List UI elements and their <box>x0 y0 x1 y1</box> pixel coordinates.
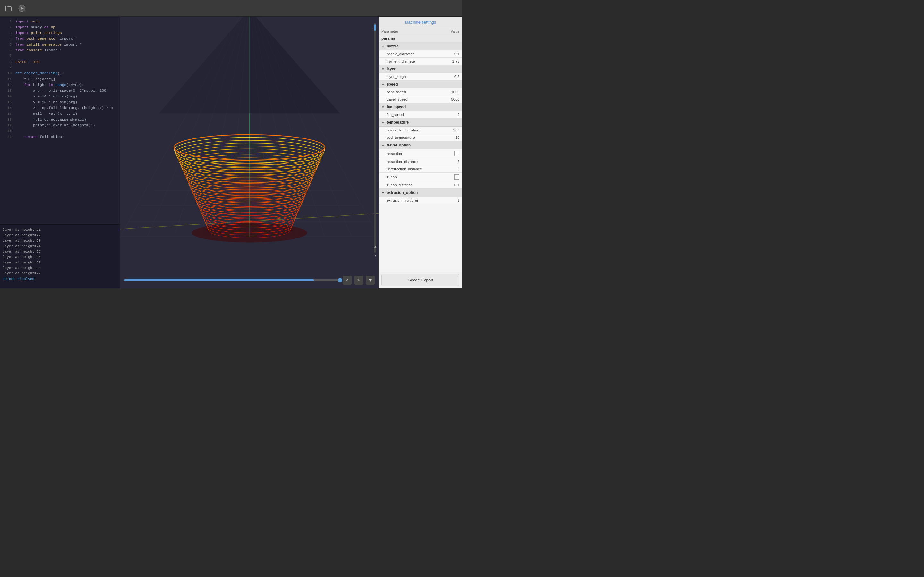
code-line: 19 print(f'layer at {height=}') <box>0 123 120 129</box>
settings-section-layer[interactable]: ▼layer <box>379 65 462 73</box>
col-value-header: Value <box>440 29 459 33</box>
param-name: nozzle_diameter <box>387 52 447 56</box>
section-name: fan_speed <box>387 105 405 109</box>
code-line: 17 wall = Path(x, y, z) <box>0 111 120 117</box>
param-value[interactable]: 1 <box>447 198 459 202</box>
settings-row[interactable]: fan_speed0 <box>379 111 462 119</box>
code-line: 1import math <box>0 19 120 25</box>
code-line: 18 full_object.append(wall) <box>0 117 120 123</box>
settings-section-temperature[interactable]: ▼temperature <box>379 119 462 127</box>
toolbar <box>0 0 462 17</box>
param-value[interactable]: 200 <box>447 128 459 132</box>
code-line: 3import print_settings <box>0 31 120 37</box>
param-name: retraction_distance <box>387 160 447 163</box>
chevron-icon: ▼ <box>381 105 384 109</box>
viewport-vertical-scrollbar[interactable] <box>374 23 376 253</box>
console-line: layer at height=97 <box>3 260 118 266</box>
param-value[interactable]: 0.2 <box>447 75 459 79</box>
scroll-down-button[interactable]: ▼ <box>372 253 379 259</box>
param-value[interactable]: 2 <box>447 167 459 171</box>
param-value[interactable]: 0.4 <box>447 52 459 56</box>
settings-row[interactable]: layer_height0.2 <box>379 73 462 81</box>
code-line: 6from console import * <box>0 48 120 54</box>
param-value[interactable]: 0.1 <box>447 183 459 187</box>
param-name: z_hop <box>387 175 454 179</box>
param-value[interactable]: 1.75 <box>447 59 459 63</box>
param-name: layer_height <box>387 75 447 79</box>
code-line: 13 arg = np.linspace(0, 2*np.pi, 100 <box>0 89 120 94</box>
code-line: 8LAYER = 100 <box>0 60 120 65</box>
chevron-icon: ▼ <box>381 67 384 71</box>
console-line: layer at height=96 <box>3 255 118 260</box>
code-line: 20 <box>0 129 120 135</box>
settings-row[interactable]: travel_speed5000 <box>379 96 462 103</box>
settings-row[interactable]: bed_temperature50 <box>379 134 462 141</box>
section-name: extrusion_option <box>387 190 418 195</box>
code-line: 12 for height in range(LAYER): <box>0 83 120 89</box>
settings-table-header: Parameter Value <box>379 28 462 35</box>
console-line: layer at height=92 <box>3 233 118 238</box>
play-button[interactable] <box>17 4 26 13</box>
viewport[interactable]: ▲ ▼ < > ▼ <box>120 17 379 288</box>
param-name: extrusion_multiplier <box>387 198 447 202</box>
param-value[interactable]: 50 <box>447 135 459 139</box>
svg-point-59 <box>199 160 299 221</box>
settings-section-travel_option[interactable]: ▼travel_option <box>379 141 462 149</box>
param-value[interactable]: 5000 <box>447 97 459 101</box>
prev-layer-button[interactable]: < <box>342 276 352 285</box>
settings-row[interactable]: unretraction_distance2 <box>379 165 462 173</box>
settings-row[interactable]: nozzle_temperature200 <box>379 127 462 134</box>
param-name: travel_speed <box>387 97 447 101</box>
layer-slider[interactable] <box>124 279 340 281</box>
code-line: 14 x = 10 * np.cos(arg) <box>0 94 120 100</box>
settings-section-extrusion_option[interactable]: ▼extrusion_option <box>379 189 462 197</box>
open-folder-button[interactable] <box>4 4 13 13</box>
settings-row[interactable]: filament_diameter1.75 <box>379 58 462 65</box>
checkbox-z_hop[interactable] <box>454 174 459 179</box>
gcode-export-button[interactable]: Gcode Export <box>381 274 459 286</box>
param-name: print_speed <box>387 90 447 94</box>
settings-row[interactable]: z_hop_distance0.1 <box>379 181 462 189</box>
console-line: layer at height=99 <box>3 271 118 276</box>
param-name: filament_diameter <box>387 59 447 63</box>
settings-panel: Machine settings Parameter Value params … <box>379 17 462 288</box>
code-editor[interactable]: 1import math2import numpy as np3import p… <box>0 17 120 224</box>
settings-section-fan_speed[interactable]: ▼fan_speed <box>379 103 462 111</box>
main-layout: 1import math2import numpy as np3import p… <box>0 17 462 288</box>
chevron-icon: ▼ <box>381 121 384 124</box>
viewport-svg <box>120 17 379 272</box>
section-name: speed <box>387 82 398 87</box>
param-value[interactable]: 0 <box>447 113 459 117</box>
layer-slider-thumb[interactable] <box>338 278 342 282</box>
settings-row[interactable]: retraction <box>379 149 462 158</box>
settings-section-speed[interactable]: ▼speed <box>379 81 462 89</box>
scroll-up-button[interactable]: ▲ <box>372 243 379 250</box>
checkbox-retraction[interactable] <box>454 151 459 156</box>
code-line: 10def object_modeling(): <box>0 71 120 77</box>
settings-row[interactable]: print_speed1000 <box>379 89 462 96</box>
params-label: params <box>379 35 462 42</box>
param-value[interactable]: 1000 <box>447 90 459 94</box>
code-line: 21 return full_object <box>0 135 120 140</box>
settings-title: Machine settings <box>405 20 436 25</box>
settings-row[interactable]: extrusion_multiplier1 <box>379 197 462 204</box>
console-line: layer at height=94 <box>3 243 118 249</box>
settings-row[interactable]: retraction_distance2 <box>379 158 462 165</box>
settings-row[interactable]: z_hop <box>379 173 462 181</box>
scroll-down-nav-button[interactable]: ▼ <box>366 276 375 285</box>
settings-section-nozzle[interactable]: ▼nozzle <box>379 42 462 50</box>
settings-content: ▼nozzlenozzle_diameter0.4filament_diamet… <box>379 42 462 271</box>
code-panel: 1import math2import numpy as np3import p… <box>0 17 120 288</box>
param-name: fan_speed <box>387 113 447 117</box>
next-layer-button[interactable]: > <box>354 276 363 285</box>
col-param-header: Parameter <box>381 29 440 33</box>
param-value[interactable]: 2 <box>447 160 459 163</box>
settings-row[interactable]: nozzle_diameter0.4 <box>379 50 462 58</box>
layer-slider-fill <box>124 279 314 281</box>
param-name: bed_temperature <box>387 135 447 139</box>
param-name: unretraction_distance <box>387 167 447 171</box>
canvas-area: ▲ ▼ <box>120 17 379 272</box>
code-line: 11 full_object=[] <box>0 77 120 83</box>
viewport-scrollbar-thumb[interactable] <box>374 24 376 31</box>
code-line: 15 y = 10 * np.sin(arg) <box>0 100 120 106</box>
